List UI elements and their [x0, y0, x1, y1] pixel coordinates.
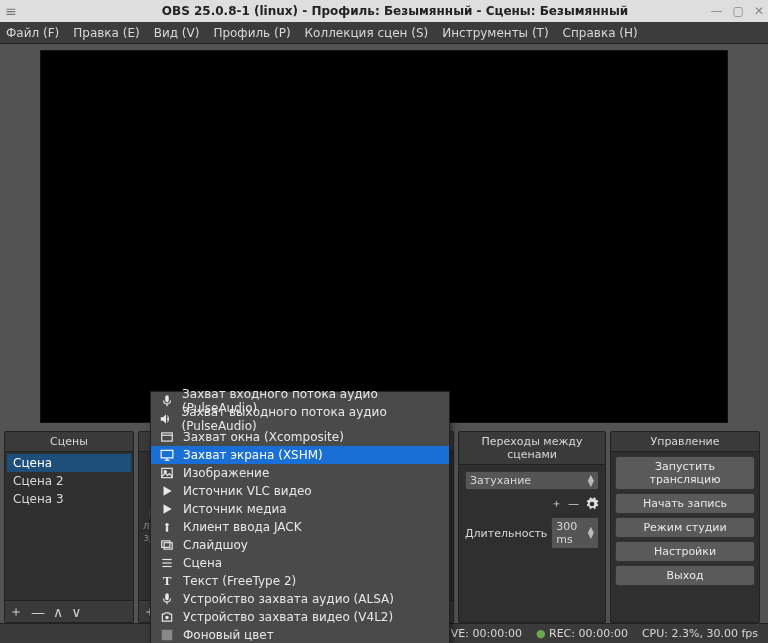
panel-scenes-title: Сцены: [5, 432, 133, 452]
transition-add-button[interactable]: ＋: [551, 496, 562, 511]
context-menu-item-label: Устройство захвата аудио (ALSA): [183, 592, 394, 606]
status-rec: REC: 00:00:00: [549, 627, 628, 640]
context-menu-item[interactable]: Источник медиа: [151, 500, 449, 518]
svg-rect-9: [162, 541, 170, 547]
svg-rect-0: [162, 433, 173, 441]
context-menu-item[interactable]: Устройство захвата аудио (ALSA): [151, 590, 449, 608]
studio-mode-button[interactable]: Режим студии: [615, 517, 755, 538]
menu-view[interactable]: Вид (V): [154, 26, 200, 40]
scene-add-button[interactable]: ＋: [9, 603, 23, 621]
scene-item[interactable]: Сцена: [7, 454, 131, 472]
context-menu-item[interactable]: Изображение: [151, 464, 449, 482]
context-menu-item-label: Слайдшоу: [183, 538, 248, 552]
svg-point-7: [165, 523, 169, 527]
play-icon: [159, 502, 175, 516]
jack-icon: [159, 520, 175, 534]
context-menu-item-label: Захват экрана (XSHM): [183, 448, 323, 462]
rec-dot-icon: ●: [536, 627, 546, 640]
context-menu-item[interactable]: Клиент ввода JACK: [151, 518, 449, 536]
scene-up-button[interactable]: ∧: [53, 604, 63, 620]
chevron-updown-icon: ▲▼: [588, 475, 594, 487]
monitor-icon: [159, 448, 175, 462]
svg-rect-15: [162, 630, 173, 641]
context-menu-item-label: Сцена: [183, 556, 222, 570]
context-menu-item-label: Клиент ввода JACK: [183, 520, 302, 534]
svg-point-14: [165, 616, 169, 620]
svg-rect-10: [164, 543, 172, 549]
context-menu-item-label: Устройство захвата видео (V4L2): [183, 610, 393, 624]
scene-item[interactable]: Сцена 2: [7, 472, 131, 490]
scene-list[interactable]: Сцена Сцена 2 Сцена 3: [5, 452, 133, 600]
svg-rect-5: [162, 468, 173, 477]
panel-controls: Управление Запустить трансляцию Начать з…: [610, 431, 760, 623]
chevron-updown-icon: ▲▼: [588, 527, 594, 539]
speaker-icon: [159, 412, 174, 426]
play-icon: [159, 484, 175, 498]
menu-edit[interactable]: Правка (E): [73, 26, 139, 40]
context-menu-item[interactable]: Источник VLC видео: [151, 482, 449, 500]
menu-tools[interactable]: Инструменты (T): [442, 26, 548, 40]
context-menu-item-label: Захват выходного потока аудио (PulseAudi…: [182, 405, 441, 433]
context-menu-item[interactable]: Сцена: [151, 554, 449, 572]
start-streaming-button[interactable]: Запустить трансляцию: [615, 456, 755, 490]
add-source-context-menu: Захват входного потока аудио (PulseAudio…: [150, 391, 450, 643]
context-menu-item[interactable]: Фоновый цвет: [151, 626, 449, 643]
context-menu-item[interactable]: Слайдшоу: [151, 536, 449, 554]
context-menu-item-label: Источник медиа: [183, 502, 287, 516]
window-title: OBS 25.0.8-1 (linux) - Профиль: Безымянн…: [22, 4, 768, 18]
panel-transitions-title: Переходы между сценами: [459, 432, 605, 465]
context-menu-item-label: Источник VLC видео: [183, 484, 312, 498]
preview-canvas[interactable]: [40, 50, 728, 423]
menu-help[interactable]: Справка (H): [563, 26, 638, 40]
menu-profile[interactable]: Профиль (P): [213, 26, 290, 40]
mic-icon: [159, 592, 175, 606]
start-recording-button[interactable]: Начать запись: [615, 493, 755, 514]
context-menu-item[interactable]: Захват выходного потока аудио (PulseAudi…: [151, 410, 449, 428]
panel-scenes: Сцены Сцена Сцена 2 Сцена 3 ＋ — ∧ ∨: [4, 431, 134, 623]
transition-remove-button[interactable]: —: [568, 497, 579, 510]
scene-down-button[interactable]: ∨: [71, 604, 81, 620]
exit-button[interactable]: Выход: [615, 565, 755, 586]
context-menu-item-label: Текст (FreeType 2): [183, 574, 296, 588]
svg-rect-2: [161, 450, 173, 458]
panel-transitions: Переходы между сценами Затухание ▲▼ ＋ —: [458, 431, 606, 623]
svg-rect-8: [166, 526, 168, 531]
duration-spinbox[interactable]: 300 ms ▲▼: [551, 517, 599, 549]
settings-button[interactable]: Настройки: [615, 541, 755, 562]
menubar: Файл (F) Правка (E) Вид (V) Профиль (P) …: [0, 22, 768, 44]
gear-icon: [585, 497, 599, 511]
lines-icon: [159, 556, 175, 570]
camera-icon: [159, 610, 175, 624]
minimize-button[interactable]: —: [711, 4, 723, 18]
context-menu-item-label: Изображение: [183, 466, 269, 480]
maximize-button[interactable]: ▢: [733, 4, 744, 18]
scene-item[interactable]: Сцена 3: [7, 490, 131, 508]
status-cpu: CPU: 2.3%, 30.00 fps: [642, 627, 758, 640]
close-button[interactable]: ✕: [754, 4, 764, 18]
image-icon: [159, 466, 175, 480]
transition-settings-button[interactable]: [585, 497, 599, 511]
slideshow-icon: [159, 538, 175, 552]
preview-area: [0, 44, 768, 429]
scene-remove-button[interactable]: —: [31, 604, 45, 620]
menu-scene-collection[interactable]: Коллекция сцен (S): [305, 26, 429, 40]
context-menu-item[interactable]: Устройство захвата видео (V4L2): [151, 608, 449, 626]
mic-icon: [159, 394, 174, 408]
context-menu-item[interactable]: Захват экрана (XSHM): [151, 446, 449, 464]
app-menu-icon[interactable]: ≡: [0, 3, 22, 19]
menu-file[interactable]: Файл (F): [6, 26, 59, 40]
context-menu-item[interactable]: TТекст (FreeType 2): [151, 572, 449, 590]
window-icon: [159, 430, 175, 444]
context-menu-item-label: Фоновый цвет: [183, 628, 274, 642]
transition-type-dropdown[interactable]: Затухание ▲▼: [465, 471, 599, 490]
context-menu-item-label: Захват окна (Xcomposite): [183, 430, 344, 444]
text-icon: T: [159, 574, 175, 588]
panel-controls-title: Управление: [611, 432, 759, 452]
status-live: LIVE: 00:00:00: [441, 627, 521, 640]
titlebar: ≡ OBS 25.0.8-1 (linux) - Профиль: Безымя…: [0, 0, 768, 22]
duration-label: Длительность: [465, 527, 547, 540]
color-icon: [159, 628, 175, 642]
